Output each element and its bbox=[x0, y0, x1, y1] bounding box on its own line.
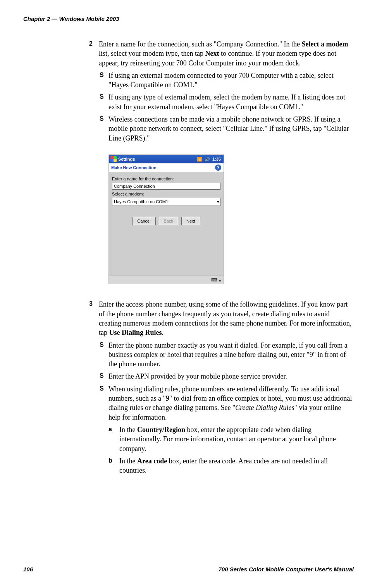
step-3-number: 3 bbox=[89, 300, 93, 308]
next-button[interactable]: Next bbox=[181, 217, 200, 226]
connection-name-input[interactable] bbox=[112, 183, 220, 190]
footer-page-number: 106 bbox=[23, 566, 33, 573]
step-3-bullet-3: When using dialing rules, phone numbers … bbox=[99, 384, 354, 475]
titlebar: Settings 📶 🔊 1:35 bbox=[109, 155, 224, 163]
step-3: 3 Enter the access phone number, using s… bbox=[89, 300, 354, 475]
back-button: Back bbox=[159, 217, 178, 226]
step-2-number: 2 bbox=[89, 39, 93, 48]
step-2-bullet-2: If using any type of external modem, sel… bbox=[99, 93, 354, 111]
signal-icon[interactable]: 📶 bbox=[197, 156, 202, 162]
step-3-bullet-1: Enter the phone number exactly as you wa… bbox=[99, 341, 354, 369]
step-2-bullet-1: If using an external modem connected to … bbox=[99, 71, 354, 90]
step-3a: a In the Country/Region box, enter the a… bbox=[108, 425, 354, 453]
cancel-button[interactable]: Cancel bbox=[132, 217, 155, 226]
speaker-icon[interactable]: 🔊 bbox=[205, 156, 210, 162]
clock: 1:35 bbox=[212, 156, 221, 162]
device-screenshot: Settings 📶 🔊 1:35 Make New Connection ? bbox=[108, 154, 224, 284]
connection-name-label: Enter a name for the connection: bbox=[112, 176, 220, 182]
step-3-text: Enter the access phone number, using som… bbox=[99, 300, 351, 336]
sip-up-icon[interactable]: ▴ bbox=[219, 277, 221, 283]
modem-select[interactable]: Hayes Compatible on COM1: ▾ bbox=[112, 198, 220, 206]
start-icon[interactable] bbox=[110, 156, 117, 162]
header-left: Chapter 2 — Windows Mobile 2003 bbox=[23, 15, 119, 22]
select-modem-label: Select a modem: bbox=[112, 191, 220, 197]
keyboard-icon[interactable]: ⌨ bbox=[211, 277, 217, 283]
step-3-bullet-2: Enter the APN provided by your mobile ph… bbox=[99, 372, 354, 381]
step-2: 2 Enter a name for the connection, such … bbox=[89, 39, 354, 284]
chevron-down-icon: ▾ bbox=[217, 199, 219, 205]
step-2-text: Enter a name for the connection, such as… bbox=[99, 40, 348, 67]
step-3b: b In the Area code box, enter the area c… bbox=[108, 456, 354, 475]
footer-title: 700 Series Color Mobile Computer User's … bbox=[219, 566, 354, 573]
sip-bar[interactable]: ⌨ ▴ bbox=[109, 276, 224, 284]
screen-heading: Make New Connection ? bbox=[109, 163, 224, 172]
titlebar-title: Settings bbox=[118, 156, 135, 162]
help-icon[interactable]: ? bbox=[215, 165, 221, 171]
step-2-bullet-3: Wireless connections can be made via a m… bbox=[99, 115, 354, 143]
